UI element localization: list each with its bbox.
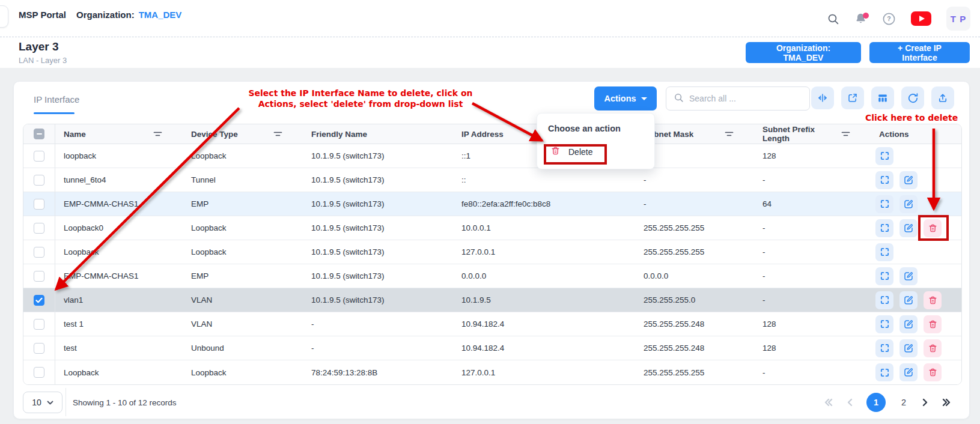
table-row[interactable]: loopbackLoopback10.1.9.5 (switch173)::11…	[23, 144, 962, 168]
first-page-button[interactable]	[824, 398, 833, 407]
expand-row-button[interactable]	[875, 363, 893, 381]
dropdown-item-delete[interactable]: Delete	[537, 133, 654, 169]
search-input[interactable]	[689, 94, 797, 103]
select-all-checkbox[interactable]	[34, 129, 44, 139]
cell-ip-address: 0.0.0.0	[453, 264, 635, 288]
table-row[interactable]: LoopbackLoopback78:24:59:13:28:8B127.0.0…	[23, 360, 962, 384]
table-row[interactable]: vlan1VLAN10.1.9.5 (switch173)10.1.9.5255…	[23, 288, 962, 312]
org-value-link[interactable]: TMA_DEV	[139, 10, 182, 20]
expand-row-button[interactable]	[875, 147, 893, 165]
columns-icon[interactable]	[871, 86, 894, 109]
help-icon[interactable]: ?	[882, 12, 896, 26]
cell-friendly-name: -	[303, 336, 453, 360]
column-header-label: Actions	[879, 130, 909, 139]
svg-text:?: ?	[887, 15, 890, 22]
youtube-icon[interactable]	[911, 11, 931, 26]
page-button-2[interactable]: 2	[899, 398, 908, 407]
row-checkbox[interactable]	[34, 223, 44, 234]
refresh-icon[interactable]	[901, 86, 924, 109]
cell-subnet-prefix-length: -	[754, 360, 871, 384]
table-row[interactable]: EMP-CMMA-CHAS1EMP10.1.9.5 (switch173)0.0…	[23, 264, 962, 288]
table-row[interactable]: tunnel_6to4Tunnel10.1.9.5 (switch173)::-…	[23, 168, 962, 192]
cell-name: vlan1	[55, 288, 183, 312]
export-icon[interactable]	[931, 86, 954, 109]
table-row[interactable]: Loopback0Loopback10.1.9.5 (switch173)10.…	[23, 216, 962, 240]
expand-row-button[interactable]	[875, 243, 893, 261]
expand-row-button[interactable]	[875, 339, 893, 357]
column-header-label: Subnet Prefix Length	[762, 125, 841, 143]
cell-friendly-name: 10.1.9.5 (switch173)	[303, 216, 453, 240]
filter-icon[interactable]	[725, 131, 734, 138]
delete-row-button[interactable]	[924, 339, 942, 357]
expand-row-button[interactable]	[875, 267, 893, 285]
organization-button[interactable]: Organization: TMA_DEV	[746, 42, 861, 63]
edit-row-button[interactable]	[899, 267, 918, 285]
delete-row-button[interactable]	[924, 291, 942, 309]
cell-ip-address: fe80::2efa:a2ff:fe0c:b8c8	[453, 192, 635, 216]
cell-name: test	[55, 336, 183, 360]
filter-icon[interactable]	[153, 131, 162, 138]
delete-row-button[interactable]	[924, 219, 942, 237]
expand-row-button[interactable]	[875, 195, 893, 213]
row-checkbox[interactable]	[34, 295, 44, 306]
table-row[interactable]: EMP-CMMA-CHAS1EMP10.1.9.5 (switch173)fe8…	[23, 192, 962, 216]
edit-row-button[interactable]	[899, 171, 918, 189]
cell-ip-address: 10.94.182.4	[453, 336, 635, 360]
row-checkbox[interactable]	[34, 151, 44, 162]
filter-icon[interactable]	[273, 131, 282, 138]
edit-row-button[interactable]	[899, 363, 918, 381]
column-header-label: Name	[64, 130, 86, 139]
edit-row-button[interactable]	[899, 291, 918, 309]
cell-friendly-name: 10.1.9.5 (switch173)	[303, 144, 453, 168]
cell-ip-address: 10.0.0.1	[453, 216, 635, 240]
notifications-bell-icon[interactable]	[854, 12, 867, 25]
page-button-1[interactable]: 1	[866, 393, 886, 412]
cell-device-type: EMP	[183, 192, 303, 216]
tab-ip-interface[interactable]: IP Interface	[34, 94, 79, 104]
page-size-select[interactable]: 10	[23, 392, 62, 413]
cell-device-type: EMP	[183, 264, 303, 288]
create-ip-interface-button[interactable]: + Create IP Interface	[869, 42, 970, 63]
row-checkbox[interactable]	[34, 319, 44, 330]
edit-row-button[interactable]	[899, 195, 918, 213]
row-checkbox[interactable]	[34, 343, 44, 354]
avatar[interactable]: T P	[946, 7, 970, 31]
expand-row-button[interactable]	[875, 171, 893, 189]
edit-row-button[interactable]	[899, 315, 918, 333]
cell-name: Loopback	[55, 240, 183, 264]
table-row[interactable]: test 1VLAN-10.94.182.4255.255.255.248128	[23, 312, 962, 336]
records-summary: Showing 1 - 10 of 12 records	[73, 398, 177, 407]
cell-subnet-mask: 255.255.255.255	[635, 360, 754, 384]
cell-name: Loopback	[55, 360, 183, 384]
search-icon[interactable]	[827, 13, 839, 25]
notification-badge	[863, 13, 869, 19]
row-checkbox[interactable]	[34, 271, 44, 282]
tab-active-underline	[34, 112, 75, 114]
edit-row-button[interactable]	[899, 339, 918, 357]
expand-row-button[interactable]	[875, 315, 893, 333]
edit-row-button[interactable]	[899, 219, 918, 237]
delete-row-button[interactable]	[924, 363, 942, 381]
table-row[interactable]: testUnbound-10.94.182.4255.255.255.24812…	[23, 336, 962, 360]
fit-width-icon[interactable]	[811, 86, 834, 109]
column-header-label: Friendly Name	[311, 130, 367, 139]
row-checkbox[interactable]	[34, 247, 44, 258]
delete-row-button[interactable]	[924, 315, 942, 333]
row-checkbox[interactable]	[34, 367, 44, 378]
table-row[interactable]: LoopbackLoopback10.1.9.5 (switch173)127.…	[23, 240, 962, 264]
dropdown-item-label: Delete	[568, 147, 592, 157]
expand-row-button[interactable]	[875, 219, 893, 237]
prev-page-button[interactable]	[847, 398, 853, 407]
last-page-button[interactable]	[942, 398, 951, 407]
next-page-button[interactable]	[922, 398, 928, 407]
footer-divider	[65, 388, 66, 416]
cell-subnet-prefix-length: 128	[754, 336, 871, 360]
filter-icon[interactable]	[841, 131, 850, 138]
sidebar-toggle-button[interactable]	[0, 5, 8, 28]
expand-row-button[interactable]	[875, 291, 893, 309]
page-title: Layer 3	[19, 40, 59, 53]
row-checkbox[interactable]	[34, 199, 44, 210]
open-external-icon[interactable]	[841, 86, 864, 109]
actions-dropdown-button[interactable]: Actions	[594, 86, 657, 111]
row-checkbox[interactable]	[34, 175, 44, 186]
